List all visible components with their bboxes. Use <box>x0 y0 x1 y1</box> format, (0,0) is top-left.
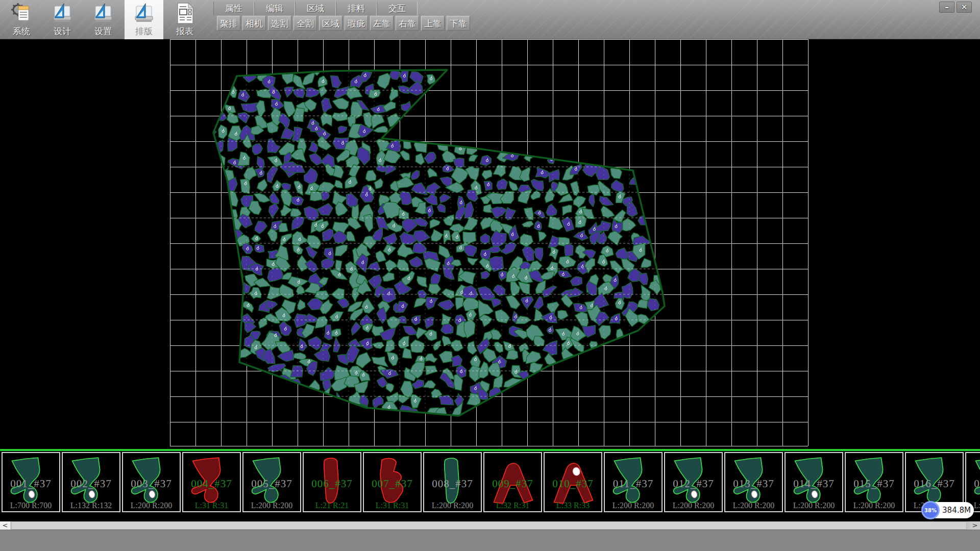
design-setsquare-icon <box>52 2 73 24</box>
menu-tab-排料[interactable]: 排料 <box>336 2 377 15</box>
piece-thumbnail[interactable]: 014_#37L:200 R:200 <box>785 452 843 512</box>
system-gear-icon <box>11 2 32 24</box>
big-button-label: 系统 <box>13 26 30 37</box>
piece-name: 005_#37 <box>243 478 300 490</box>
piece-name: 011_#37 <box>605 478 662 490</box>
piece-thumbnail[interactable]: 007_#37L:31 R:31 <box>363 452 422 512</box>
piece-thumbnail[interactable]: 002_#37L:132 R:132 <box>62 452 120 512</box>
piece-name: 013_#37 <box>725 478 782 490</box>
piece-name: 007_#37 <box>364 478 421 490</box>
piece-lr-count: L:200 R:200 <box>605 501 662 510</box>
pieces-thumbnail-strip: 001_#37L:700 R:700002_#37L:132 R:132003_… <box>0 451 980 521</box>
piece-name: 016_#37 <box>906 478 963 490</box>
big-button-label: 设置 <box>94 26 112 37</box>
horizontal-scrollbar[interactable]: < > <box>0 521 980 530</box>
piece-name: 014_#37 <box>786 478 842 490</box>
main-toolbar: 系统设计设置排版报表 属性编辑区域排料交互 聚排相机选割全割区域瑕疵左靠右靠上靠… <box>0 0 980 39</box>
piece-lr-count: L:21 R:21 <box>304 501 360 510</box>
tool-button-瑕疵[interactable]: 瑕疵 <box>345 16 368 31</box>
tool-button-左靠[interactable]: 左靠 <box>370 16 394 31</box>
report-document-icon <box>174 2 195 24</box>
big-button-报表[interactable]: 报表 <box>165 0 204 39</box>
menu-tab-区域[interactable]: 区域 <box>295 2 336 15</box>
piece-lr-count: L:31 R:31 <box>183 501 240 510</box>
scroll-left-arrow[interactable]: < <box>0 521 10 530</box>
piece-name: 015_#37 <box>846 478 902 490</box>
piece-name: 010_#37 <box>545 478 601 490</box>
bottom-status-panel <box>0 530 980 551</box>
menu-tab-交互[interactable]: 交互 <box>377 2 418 15</box>
big-button-label: 排版 <box>135 26 153 37</box>
settings-setsquare-icon <box>92 2 114 24</box>
big-button-label: 报表 <box>176 26 193 37</box>
piece-lr-count: L:32 R:31 <box>484 501 541 510</box>
tool-button-聚排[interactable]: 聚排 <box>217 16 240 31</box>
piece-name: 008_#37 <box>424 478 481 490</box>
piece-thumbnail[interactable]: 004_#37L:31 R:31 <box>182 452 241 512</box>
big-button-排版[interactable]: 排版 <box>125 0 163 39</box>
tool-button-右靠[interactable]: 右靠 <box>396 16 419 31</box>
piece-thumbnail[interactable]: 010_#37L:33 R:33 <box>544 452 602 512</box>
piece-lr-count: L:200 R:200 <box>123 501 180 510</box>
menu-tab-编辑[interactable]: 编辑 <box>254 2 295 15</box>
minimize-button[interactable]: – <box>939 2 954 13</box>
piece-name: 017_#37 <box>966 478 980 490</box>
piece-lr-count: L:33 R:33 <box>545 501 601 510</box>
nesting-scene-svg <box>0 39 980 449</box>
piece-name: 009_#37 <box>484 478 541 490</box>
piece-thumbnail[interactable]: 012_#37L:200 R:200 <box>664 452 723 512</box>
scroll-right-arrow[interactable]: > <box>970 521 980 530</box>
menu-tab-属性[interactable]: 属性 <box>213 2 254 15</box>
piece-thumbnail[interactable]: 001_#37L:700 R:700 <box>2 452 60 512</box>
tool-button-相机[interactable]: 相机 <box>242 16 266 31</box>
big-button-label: 设计 <box>54 26 71 37</box>
tool-button-全割[interactable]: 全割 <box>293 16 317 31</box>
piece-lr-count: L:700 R:700 <box>3 501 59 510</box>
memory-value: 384.8M <box>941 502 972 518</box>
scrollbar-thumb[interactable] <box>11 521 967 530</box>
menu-tab-row: 属性编辑区域排料交互 <box>213 2 418 15</box>
tool-button-下靠[interactable]: 下靠 <box>447 16 470 31</box>
piece-thumbnail[interactable]: 005_#37L:200 R:200 <box>242 452 301 512</box>
piece-name: 002_#37 <box>63 478 119 490</box>
window-controls: – ✕ <box>939 2 972 13</box>
piece-name: 004_#37 <box>183 478 240 490</box>
big-button-设计[interactable]: 设计 <box>43 0 82 39</box>
piece-lr-count: L:200 R:200 <box>846 501 902 510</box>
piece-thumbnail[interactable]: 008_#37L:200 R:200 <box>423 452 482 512</box>
tool-button-选割[interactable]: 选割 <box>268 16 291 31</box>
piece-thumbnail[interactable]: 006_#37L:21 R:21 <box>303 452 361 512</box>
status-badge[interactable]: 38% 384.8M <box>922 502 974 518</box>
tool-button-row: 聚排相机选割全割区域瑕疵左靠右靠上靠下靠 <box>217 16 470 31</box>
nesting-setsquare-icon <box>133 2 155 24</box>
piece-thumbnail[interactable]: 013_#37L:200 R:200 <box>724 452 783 512</box>
big-button-设置[interactable]: 设置 <box>84 0 122 39</box>
piece-thumbnail[interactable]: 003_#37L:200 R:200 <box>122 452 181 512</box>
piece-lr-count: L:200 R:200 <box>243 501 300 510</box>
close-button[interactable]: ✕ <box>957 2 972 13</box>
piece-thumbnail[interactable]: 009_#37L:32 R:31 <box>483 452 542 512</box>
nesting-canvas[interactable] <box>0 39 980 449</box>
piece-lr-count: L:200 R:200 <box>725 501 782 510</box>
piece-lr-count: L:132 R:132 <box>63 501 119 510</box>
percent-indicator: 38% <box>921 501 940 519</box>
piece-lr-count: L:31 R:31 <box>364 501 421 510</box>
piece-lr-count: L:200 R:200 <box>665 501 722 510</box>
piece-name: 006_#37 <box>304 478 360 490</box>
piece-name: 001_#37 <box>3 478 59 490</box>
piece-name: 012_#37 <box>665 478 722 490</box>
big-button-系统[interactable]: 系统 <box>2 0 41 39</box>
piece-thumbnail[interactable]: 011_#37L:200 R:200 <box>604 452 663 512</box>
piece-lr-count: L:200 R:200 <box>424 501 481 510</box>
tool-button-上靠[interactable]: 上靠 <box>421 16 445 31</box>
tool-button-区域[interactable]: 区域 <box>319 16 342 31</box>
piece-lr-count: L:200 R:200 <box>786 501 842 510</box>
application-window: 系统设计设置排版报表 属性编辑区域排料交互 聚排相机选割全割区域瑕疵左靠右靠上靠… <box>0 0 980 551</box>
piece-name: 003_#37 <box>123 478 180 490</box>
piece-thumbnail[interactable]: 015_#37L:200 R:200 <box>845 452 903 512</box>
